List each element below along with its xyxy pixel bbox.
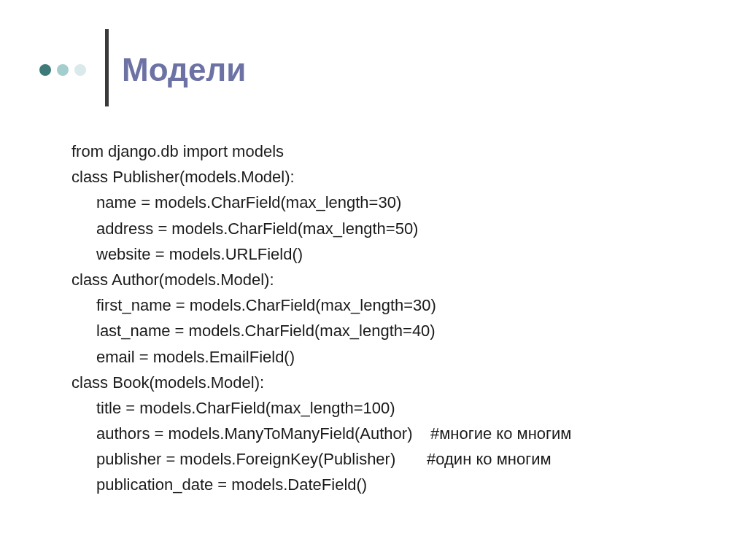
code-line: address = models.CharField(max_length=50…: [71, 216, 572, 241]
vertical-rule: [105, 29, 109, 106]
code-line: publication_date = models.DateField(): [71, 472, 572, 497]
code-block: from django.db import models class Publi…: [71, 139, 572, 498]
dot-icon: [57, 64, 69, 76]
code-line: from django.db import models: [71, 139, 572, 164]
dot-icon: [74, 64, 86, 76]
code-line: name = models.CharField(max_length=30): [71, 190, 572, 215]
dot-icon: [39, 64, 51, 76]
code-line: email = models.EmailField(): [71, 344, 572, 370]
code-line: class Book(models.Model):: [71, 370, 572, 395]
slide-header: Модели: [39, 34, 246, 106]
code-line: title = models.CharField(max_length=100): [71, 395, 572, 421]
code-line: class Author(models.Model):: [71, 267, 572, 292]
code-line: last_name = models.CharField(max_length=…: [71, 318, 572, 343]
code-line: website = models.URLField(): [71, 241, 572, 267]
decorative-dots: [39, 64, 86, 76]
code-line: authors = models.ManyToManyField(Author)…: [71, 421, 572, 446]
code-line: first_name = models.CharField(max_length…: [71, 292, 572, 318]
code-line: publisher = models.ForeignKey(Publisher)…: [71, 446, 572, 472]
slide-title: Модели: [122, 54, 246, 86]
code-line: class Publisher(models.Model):: [71, 164, 572, 190]
